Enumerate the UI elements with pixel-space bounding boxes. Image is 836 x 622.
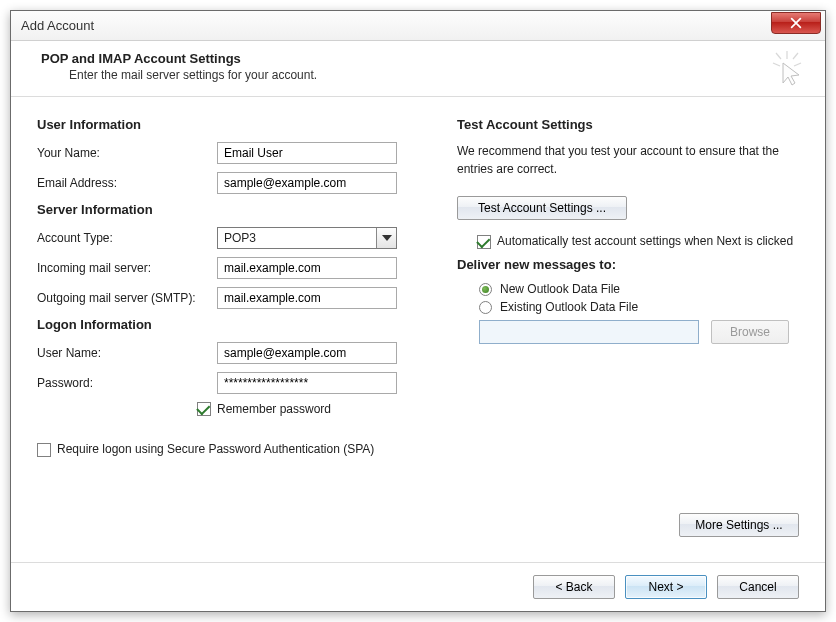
chevron-down-icon: [376, 228, 396, 248]
next-button[interactable]: Next >: [625, 575, 707, 599]
user-info-title: User Information: [37, 117, 427, 132]
account-type-select[interactable]: POP3: [217, 227, 397, 249]
logon-info-title: Logon Information: [37, 317, 427, 332]
right-column: Test Account Settings We recommend that …: [457, 111, 799, 562]
password-label: Password:: [37, 376, 217, 390]
username-input[interactable]: [217, 342, 397, 364]
close-icon: [789, 16, 803, 30]
svg-line-1: [773, 63, 780, 66]
incoming-label: Incoming mail server:: [37, 261, 217, 275]
more-settings-button[interactable]: More Settings ...: [679, 513, 799, 537]
window-title: Add Account: [21, 18, 94, 33]
content-area: User Information Your Name: Email Addres…: [11, 97, 825, 562]
your-name-label: Your Name:: [37, 146, 217, 160]
remember-password-label: Remember password: [217, 402, 331, 416]
left-column: User Information Your Name: Email Addres…: [37, 111, 427, 562]
email-input[interactable]: [217, 172, 397, 194]
header-title: POP and IMAP Account Settings: [41, 51, 805, 66]
radio-existing-label: Existing Outlook Data File: [500, 300, 638, 314]
account-type-value: POP3: [218, 231, 376, 245]
auto-test-label: Automatically test account settings when…: [497, 234, 793, 248]
auto-test-checkbox[interactable]: [477, 235, 491, 249]
test-settings-desc: We recommend that you test your account …: [457, 142, 799, 178]
test-settings-title: Test Account Settings: [457, 117, 799, 132]
close-button[interactable]: [771, 12, 821, 34]
cancel-button[interactable]: Cancel: [717, 575, 799, 599]
radio-new-label: New Outlook Data File: [500, 282, 620, 296]
email-label: Email Address:: [37, 176, 217, 190]
remember-password-checkbox[interactable]: [197, 402, 211, 416]
test-account-settings-button[interactable]: Test Account Settings ...: [457, 196, 627, 220]
header-subtitle: Enter the mail server settings for your …: [69, 68, 805, 82]
svg-line-4: [793, 53, 798, 59]
password-input[interactable]: [217, 372, 397, 394]
radio-existing-file[interactable]: [479, 301, 492, 314]
add-account-dialog: Add Account POP and IMAP Account Setting…: [10, 10, 826, 612]
account-type-label: Account Type:: [37, 231, 217, 245]
svg-line-2: [794, 63, 801, 66]
spa-checkbox[interactable]: [37, 443, 51, 457]
deliver-title: Deliver new messages to:: [457, 257, 799, 272]
outgoing-server-input[interactable]: [217, 287, 397, 309]
svg-line-3: [776, 53, 781, 59]
footer: < Back Next > Cancel: [11, 562, 825, 611]
outgoing-label: Outgoing mail server (SMTP):: [37, 291, 217, 305]
incoming-server-input[interactable]: [217, 257, 397, 279]
header-band: POP and IMAP Account Settings Enter the …: [11, 41, 825, 97]
radio-new-file[interactable]: [479, 283, 492, 296]
cursor-starburst-icon: [769, 49, 805, 89]
your-name-input[interactable]: [217, 142, 397, 164]
existing-file-path-input[interactable]: [479, 320, 699, 344]
browse-button[interactable]: Browse: [711, 320, 789, 344]
spa-label: Require logon using Secure Password Auth…: [57, 442, 374, 456]
server-info-title: Server Information: [37, 202, 427, 217]
username-label: User Name:: [37, 346, 217, 360]
back-button[interactable]: < Back: [533, 575, 615, 599]
titlebar: Add Account: [11, 11, 825, 41]
